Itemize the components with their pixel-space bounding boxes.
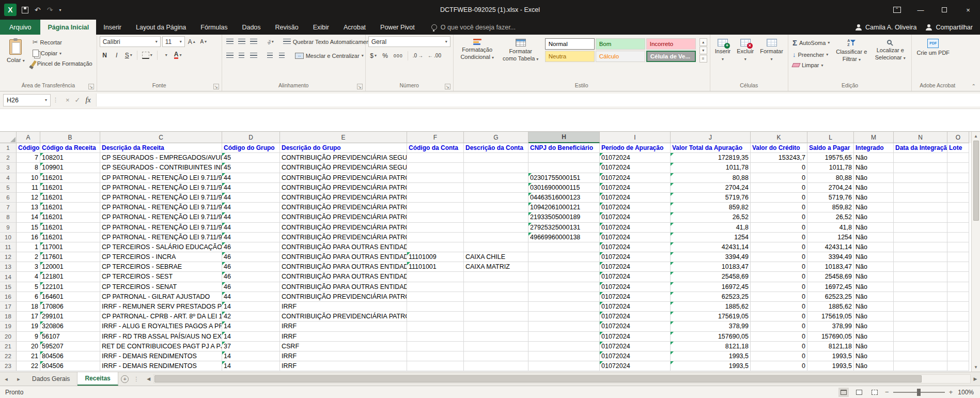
cell-N19[interactable] (894, 322, 947, 331)
row-header-10[interactable]: 10 (0, 233, 17, 242)
cell-G16[interactable] (464, 292, 528, 302)
cell-J12[interactable]: 3394,49 (671, 252, 751, 262)
cell-D21[interactable]: 37 (222, 342, 280, 351)
autosum-button[interactable]: ΣAutoSoma ▾ (791, 37, 831, 48)
cell-F21[interactable] (407, 342, 464, 351)
cell-M9[interactable]: Não (854, 223, 894, 233)
cell-C14[interactable]: CP TERCEIROS - SEST (100, 272, 222, 282)
row-header-18[interactable]: 18 (0, 312, 17, 322)
cell-E21[interactable]: CSRF (280, 342, 407, 351)
cell-K3[interactable]: 0 (751, 163, 807, 173)
cell-N16[interactable] (894, 292, 947, 302)
tell-me-search[interactable]: O que você deseja fazer... (431, 20, 516, 35)
currency-format-icon[interactable]: $▾ (368, 50, 379, 61)
cell-C13[interactable]: CP TERCEIROS - SEBRAE (100, 262, 222, 272)
find-select-button[interactable]: Localizar e Selecionar ▾ (872, 36, 909, 63)
cell-I7[interactable]: 01072024 (600, 203, 671, 212)
cell-M15[interactable]: Não (854, 282, 894, 292)
ribbon-tab-revisão[interactable]: Revisão (268, 20, 306, 35)
cell-B21[interactable]: 595207 (40, 342, 100, 351)
cell-J3[interactable]: 1011,78 (671, 163, 751, 173)
cell-M19[interactable]: Não (854, 322, 894, 331)
zoom-level[interactable]: 100% (958, 389, 974, 396)
cell-L4[interactable]: 80,88 (807, 173, 854, 183)
share-button[interactable]: Compartilhar (926, 24, 973, 31)
insert-cells-button[interactable]: + Inserir▾ (713, 36, 733, 64)
cell-A5[interactable]: 11 (17, 183, 40, 193)
cell-F23[interactable] (407, 361, 464, 371)
cell-A3[interactable]: 8 (17, 163, 40, 173)
ribbon-tab-acrobat[interactable]: Acrobat (336, 20, 373, 35)
cell-O23[interactable] (947, 361, 969, 371)
delete-cells-button[interactable]: × Excluir▾ (735, 36, 756, 64)
cell-A22[interactable]: 21 (17, 351, 40, 361)
font-size-combo[interactable]: 11▾ (162, 36, 185, 47)
cell-style-option[interactable]: Neutra (545, 51, 595, 62)
ribbon-display-options-icon[interactable]: ⌃ (885, 0, 909, 20)
cell-E11[interactable]: CONTRIBUIÇÃO PARA OUTRAS ENTIDAD (280, 242, 407, 252)
row-header-15[interactable]: 15 (0, 282, 17, 292)
zoom-out-icon[interactable]: − (885, 388, 889, 396)
cell-O14[interactable] (947, 272, 969, 282)
cell-A12[interactable]: 2 (17, 252, 40, 262)
cell-K11[interactable]: 0 (751, 242, 807, 252)
row-header-8[interactable]: 8 (0, 212, 17, 222)
cell-K1[interactable]: Valor do Crédito (751, 143, 807, 153)
cell-I16[interactable]: 01072024 (600, 292, 671, 302)
cell-J5[interactable]: 2704,24 (671, 183, 751, 193)
italic-button[interactable]: I (112, 50, 122, 60)
cell-M2[interactable]: Não (854, 153, 894, 163)
create-pdf-button[interactable]: PDF Crie um PDF (914, 36, 952, 58)
cell-M5[interactable]: Não (854, 183, 894, 193)
minimize-button[interactable]: — (909, 0, 932, 20)
align-left-icon[interactable] (225, 50, 235, 61)
select-all-corner[interactable] (0, 132, 17, 143)
cell-G4[interactable] (464, 173, 528, 183)
cell-K4[interactable]: 0 (751, 173, 807, 183)
cell-H19[interactable] (528, 322, 600, 331)
cell-K2[interactable]: 153243,7 (751, 153, 807, 163)
cell-I20[interactable]: 01072024 (600, 332, 671, 342)
row-header-9[interactable]: 9 (0, 223, 17, 233)
clipboard-dialog-launcher-icon[interactable]: ↘ (88, 84, 94, 89)
cell-L9[interactable]: 41,8 (807, 223, 854, 233)
merge-center-button[interactable]: ↔Mesclar e Centralizar ▾ (293, 52, 365, 60)
row-header-4[interactable]: 4 (0, 173, 17, 183)
cell-L10[interactable]: 1254 (807, 233, 854, 242)
cell-O11[interactable] (947, 242, 969, 252)
cell-L18[interactable]: 175619,05 (807, 312, 854, 322)
cell-C11[interactable]: CP TERCEIROS - SALÁRIO EDUCAÇÃO (100, 242, 222, 252)
cell-style-option[interactable]: Incorreto (646, 38, 696, 50)
cell-A14[interactable]: 4 (17, 272, 40, 282)
increase-indent-icon[interactable] (277, 50, 287, 61)
format-painter-button[interactable]: Pincel de Formatação (31, 59, 94, 68)
orientation-icon[interactable]: ▾ (265, 36, 275, 47)
row-header-20[interactable]: 20 (0, 332, 17, 342)
name-box[interactable]: H26▾ (3, 94, 51, 106)
cell-B18[interactable]: 299101 (40, 312, 100, 322)
cell-I4[interactable]: 01072024 (600, 173, 671, 183)
cell-A10[interactable]: 16 (17, 233, 40, 242)
row-header-5[interactable]: 5 (0, 183, 17, 193)
cell-C3[interactable]: CP SEGURADOS - CONTRIBUINTES IND (100, 163, 222, 173)
cell-M21[interactable]: Não (854, 342, 894, 351)
cell-O10[interactable] (947, 233, 969, 242)
column-header-O[interactable]: O (947, 132, 969, 143)
cell-H16[interactable] (528, 292, 600, 302)
cell-D19[interactable]: 14 (222, 322, 280, 331)
cell-E12[interactable]: CONTRIBUIÇÃO PARA OUTRAS ENTIDAD (280, 252, 407, 262)
cell-E4[interactable]: CONTRIBUIÇÃO PREVIDENCIÁRIA PATRO (280, 173, 407, 183)
cell-K17[interactable]: 0 (751, 302, 807, 312)
row-header-12[interactable]: 12 (0, 252, 17, 262)
cell-K12[interactable]: 0 (751, 252, 807, 262)
cell-O8[interactable] (947, 212, 969, 222)
sort-filter-button[interactable]: AZ Classificar e Filtrar ▾ (833, 36, 869, 64)
close-button[interactable]: × (956, 0, 980, 20)
ribbon-tab-fórmulas[interactable]: Fórmulas (193, 20, 235, 35)
underline-button[interactable]: S▾ (123, 50, 134, 60)
cell-B9[interactable]: 116201 (40, 223, 100, 233)
scroll-right-icon[interactable]: ▶ (971, 372, 980, 386)
cell-A21[interactable]: 20 (17, 342, 40, 351)
ribbon-tab-página-inicial[interactable]: Página Inicial (40, 20, 96, 35)
cell-F17[interactable] (407, 302, 464, 312)
